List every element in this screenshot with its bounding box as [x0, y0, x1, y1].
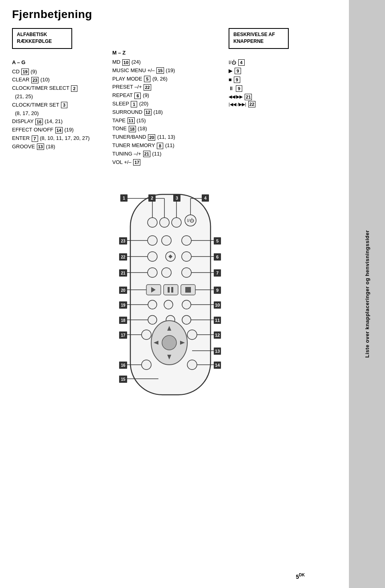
power-symbol: I/⏻ [229, 59, 236, 67]
svg-point-1 [148, 218, 157, 227]
svg-point-30 [148, 252, 157, 261]
badge-9b: 9 [234, 77, 240, 83]
alpha-header-ag: A – G [12, 59, 100, 65]
svg-point-93 [142, 360, 151, 370]
symbol-item: ■ 9 [229, 75, 309, 84]
symbol-item: I/⏻ 4 [229, 59, 309, 67]
svg-text:1: 1 [123, 196, 125, 200]
list-item: EFFECT ON/OFF 14 (19) [12, 126, 100, 134]
svg-point-97 [187, 360, 197, 370]
box-title-line1: ALFABETISK [17, 31, 67, 38]
list-item: CLOCK/TIMER SELECT 2 (21, 25) [12, 84, 100, 101]
badge-14: 14 [55, 127, 63, 133]
badge-5: 5 [144, 76, 150, 82]
list-item: MD 10 (24) [112, 58, 217, 67]
svg-point-21 [148, 236, 157, 245]
pause-symbol: ⏸ [229, 84, 234, 93]
svg-point-75 [182, 315, 191, 324]
badge-16: 16 [35, 119, 43, 125]
side-panel-text: Liste over knapplaceringer og henvisning… [364, 230, 370, 358]
badge-12: 12 [144, 109, 152, 115]
desc-title-line1: BESKRIVELSE AF [233, 31, 284, 38]
svg-point-88 [162, 335, 176, 350]
svg-point-6 [160, 218, 169, 227]
badge-15: 15 [156, 67, 164, 74]
symbol-item: |◀◀ /▶▶| 22 [229, 101, 309, 108]
svg-text:17: 17 [121, 333, 126, 337]
ag-list: CD 19 (9) CLEAR 23 (10) CLOCK/TIMER SELE… [12, 68, 100, 151]
page-number: 5DK [296, 573, 305, 580]
badge-4: 4 [238, 59, 245, 66]
remote-svg: 1 2 3 I/⏻ 4 23 [90, 174, 259, 419]
list-item: TUNING –/+ 21 (11) [112, 150, 217, 158]
svg-text:22: 22 [121, 255, 126, 259]
box-title-line2: RÆKKEFØLGE [17, 38, 67, 45]
svg-rect-52 [171, 287, 173, 293]
badge-9a: 9 [235, 68, 241, 74]
badge-21b: 21 [245, 94, 252, 100]
svg-text:3: 3 [176, 196, 178, 200]
list-item: DISPLAY 16 (14, 21) [12, 117, 100, 126]
svg-point-70 [148, 315, 157, 324]
list-item: REPEAT 6 (9) [112, 91, 217, 100]
middle-column: M – Z MD 10 (24) MUSIC MENU +/– 15 (19) … [112, 28, 217, 166]
svg-text:11: 11 [215, 318, 220, 323]
desc-box: BESKRIVELSE AF KNAPPERNE [229, 28, 289, 49]
badge-18: 18 [129, 126, 136, 132]
svg-text:13: 13 [215, 349, 220, 354]
badge-23: 23 [31, 77, 38, 83]
badge-3: 3 [61, 102, 67, 108]
svg-text:9: 9 [216, 288, 219, 293]
remote-diagram: 1 2 3 I/⏻ 4 23 [12, 174, 337, 419]
svg-point-26 [182, 236, 191, 245]
badge-20: 20 [148, 134, 155, 141]
badge-7: 7 [32, 135, 38, 142]
alpha-header-mz: M – Z [112, 50, 217, 56]
main-content: Fjernbetjening ALFABETISK RÆKKEFØLGE A –… [0, 0, 349, 588]
list-item: VOL +/– 17 [112, 158, 217, 167]
svg-rect-50 [164, 285, 178, 295]
badge-19: 19 [21, 69, 28, 75]
badge-9c: 9 [236, 85, 242, 92]
left-column: ALFABETISK RÆKKEFØLGE A – G CD 19 (9) CL… [12, 28, 100, 166]
desc-column: BESKRIVELSE AF KNAPPERNE I/⏻ 4 ▶ 9 ■ 9 ⏸ [229, 28, 309, 166]
svg-text:12: 12 [215, 333, 220, 337]
skip-symbol: |◀◀ /▶▶| [229, 101, 246, 108]
symbol-list: I/⏻ 4 ▶ 9 ■ 9 ⏸ 9 ◀◀/▶▶ 21 [229, 59, 309, 108]
list-item: MUSIC MENU +/– 15 (19) [112, 67, 217, 75]
badge-8: 8 [157, 143, 163, 149]
svg-text:20: 20 [121, 288, 126, 293]
badge-11: 11 [128, 117, 135, 124]
symbol-item: ⏸ 9 [229, 84, 309, 93]
stop-symbol: ■ [229, 75, 232, 84]
mz-list: MD 10 (24) MUSIC MENU +/– 15 (19) PLAY M… [112, 58, 217, 166]
svg-text:23: 23 [121, 239, 126, 243]
list-item: ENTER 7 (8, 10, 11, 17, 20, 27) [12, 134, 100, 143]
side-panel: Liste over knapplaceringer og henvisning… [349, 0, 385, 588]
svg-point-43 [162, 268, 171, 277]
svg-rect-51 [168, 287, 170, 293]
svg-text:16: 16 [121, 363, 126, 368]
svg-point-11 [172, 218, 181, 227]
list-item: TUNER/BAND 20 (11, 13) [112, 133, 217, 141]
svg-text:10: 10 [215, 303, 220, 307]
svg-point-86 [187, 330, 197, 339]
list-item: PLAY MODE 5 (9, 26) [112, 75, 217, 83]
page-title: Fjernbetjening [12, 8, 337, 21]
badge-21: 21 [143, 151, 150, 157]
list-item: SLEEP 1 (20) [112, 100, 217, 108]
badge-10: 10 [122, 59, 130, 66]
list-item: CLEAR 23 (10) [12, 76, 100, 84]
symbol-item: ▶ 9 [229, 67, 309, 75]
svg-text:18: 18 [121, 318, 126, 323]
svg-point-44 [182, 268, 191, 277]
badge-6: 6 [134, 93, 141, 99]
list-item: CLOCK/TIMER SET 3 (8, 17, 20) [12, 101, 100, 118]
svg-text:7: 7 [216, 271, 219, 275]
ff-symbol: ◀◀/▶▶ [229, 93, 243, 101]
svg-point-39 [148, 268, 157, 277]
list-item: TAPE 11 (15) [112, 117, 217, 125]
list-item: TUNER MEMORY 8 (11) [112, 141, 217, 150]
list-item: TONE 18 (18) [112, 125, 217, 133]
alphabetical-box: ALFABETISK RÆKKEFØLGE [12, 28, 72, 49]
